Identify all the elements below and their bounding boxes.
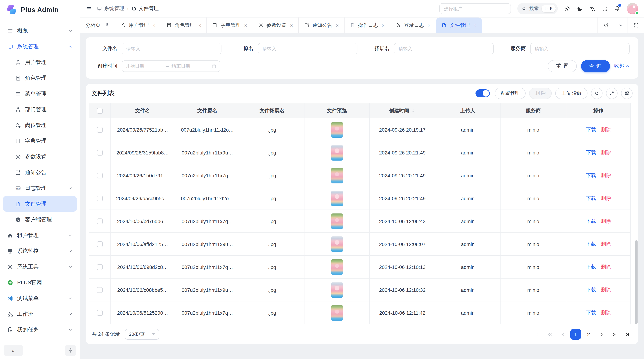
- sidebar-item-overview[interactable]: 概览: [3, 23, 77, 39]
- file-preview-thumbnail[interactable]: [331, 236, 342, 252]
- download-link[interactable]: 下载: [586, 218, 596, 224]
- row-checkbox[interactable]: [97, 150, 102, 155]
- download-link[interactable]: 下载: [586, 172, 596, 178]
- row-checkbox[interactable]: [97, 264, 102, 270]
- language-translate-icon[interactable]: [589, 5, 595, 12]
- sidebar-item-file[interactable]: 文件管理: [3, 196, 77, 212]
- delete-link[interactable]: 删除: [601, 287, 611, 292]
- tab-close-icon[interactable]: ×: [336, 23, 339, 28]
- sidebar-item-dict[interactable]: 字典管理: [3, 133, 77, 149]
- sidebar-item-notice[interactable]: 通知公告: [3, 164, 77, 180]
- refresh-tab-button[interactable]: [598, 17, 614, 33]
- sidebar-item-gitee[interactable]: gitee记录: [3, 338, 77, 342]
- query-button[interactable]: 查 询: [581, 60, 610, 72]
- file-preview-thumbnail[interactable]: [331, 122, 342, 137]
- file-preview-thumbnail[interactable]: [331, 213, 342, 229]
- download-link[interactable]: 下载: [586, 310, 596, 315]
- tab-oplog[interactable]: 操作日志×: [344, 17, 390, 33]
- download-link[interactable]: 下载: [586, 287, 596, 292]
- delete-link[interactable]: 删除: [601, 126, 611, 132]
- field-input-2[interactable]: [394, 43, 494, 54]
- sidebar-item-workflow[interactable]: 工作流: [3, 306, 77, 322]
- tab-notice[interactable]: 通知公告×: [299, 17, 344, 33]
- tab-file[interactable]: 文件管理×: [436, 17, 482, 33]
- fullscreen-icon[interactable]: [602, 5, 608, 12]
- file-preview-thumbnail[interactable]: [331, 145, 342, 160]
- page-button-2[interactable]: 2: [583, 329, 594, 340]
- page-size-select[interactable]: 20条/页: [125, 329, 160, 340]
- first-page-button[interactable]: [532, 329, 542, 340]
- user-avatar[interactable]: [627, 3, 638, 14]
- sidebar-collapse-button[interactable]: «: [4, 345, 23, 356]
- sidebar-item-log[interactable]: DEV日志管理: [3, 180, 77, 196]
- tab-close-icon[interactable]: ×: [428, 23, 430, 28]
- config-manage-button[interactable]: 配置管理: [495, 88, 526, 99]
- sidebar-item-my-tasks[interactable]: 我的任务: [3, 322, 77, 338]
- sidebar-item-tools[interactable]: 系统工具: [3, 259, 77, 275]
- delete-selected-button[interactable]: 删 除: [529, 88, 552, 99]
- file-preview-thumbnail[interactable]: [331, 305, 342, 321]
- tab-menu-button[interactable]: [614, 17, 628, 33]
- row-checkbox[interactable]: [97, 195, 102, 201]
- next-page-button[interactable]: [596, 329, 607, 340]
- sidebar-pin-button[interactable]: [65, 345, 76, 356]
- delete-link[interactable]: 删除: [601, 310, 611, 315]
- tab-close-icon[interactable]: ×: [244, 23, 247, 28]
- row-checkbox[interactable]: [97, 287, 102, 293]
- tab-role[interactable]: 角色管理×: [161, 17, 207, 33]
- sidebar-item-tenant[interactable]: 租户管理: [3, 227, 77, 243]
- delete-link[interactable]: 删除: [601, 264, 611, 269]
- tab-param[interactable]: 参数设置×: [253, 17, 298, 33]
- row-checkbox[interactable]: [97, 241, 102, 247]
- file-preview-thumbnail[interactable]: [331, 190, 342, 206]
- tab-close-icon[interactable]: ×: [474, 23, 476, 28]
- column-settings-button[interactable]: [621, 88, 632, 99]
- delete-link[interactable]: 删除: [601, 195, 611, 201]
- tab-user[interactable]: 用户管理×: [115, 17, 161, 33]
- prev-page-button[interactable]: [558, 329, 568, 340]
- row-checkbox[interactable]: [97, 127, 102, 132]
- download-link[interactable]: 下载: [586, 126, 596, 132]
- row-checkbox[interactable]: [97, 173, 102, 178]
- sidebar-item-user[interactable]: 用户管理: [3, 54, 77, 70]
- field-input-1[interactable]: [258, 43, 358, 54]
- table-expand-button[interactable]: [606, 88, 618, 99]
- download-link[interactable]: 下载: [586, 195, 596, 201]
- sidebar-item-menu[interactable]: 菜单管理: [3, 86, 77, 101]
- tab-analysis[interactable]: 分析页: [80, 17, 115, 33]
- sidebar-item-test-menu[interactable]: 测试菜单: [3, 290, 77, 306]
- sidebar-item-system[interactable]: 系统管理: [3, 39, 77, 54]
- tab-loginlog[interactable]: 登录日志×: [390, 17, 436, 33]
- dark-mode-moon-icon[interactable]: [577, 5, 583, 12]
- settings-gear-icon[interactable]: [564, 5, 570, 12]
- upload-button[interactable]: 上传 没做: [556, 88, 588, 99]
- global-search-button[interactable]: 搜索 ⌘ K: [517, 3, 558, 14]
- field-input-0[interactable]: [122, 43, 221, 54]
- sidebar-item-client[interactable]: 客户端管理: [3, 212, 77, 227]
- content-fullscreen-button[interactable]: [628, 17, 644, 33]
- breadcrumb-file[interactable]: 文件管理: [132, 5, 159, 12]
- last-page-button[interactable]: [622, 329, 632, 340]
- row-checkbox[interactable]: [97, 310, 102, 316]
- row-checkbox[interactable]: [97, 218, 102, 224]
- table-scrollbar-thumb[interactable]: [635, 240, 638, 324]
- tab-close-icon[interactable]: ×: [382, 23, 384, 28]
- download-link[interactable]: 下载: [586, 264, 596, 269]
- sidebar-item-post[interactable]: 岗位管理: [3, 117, 77, 133]
- delete-link[interactable]: 删除: [601, 149, 611, 155]
- tenant-select-input[interactable]: [439, 3, 511, 14]
- download-link[interactable]: 下载: [586, 241, 596, 247]
- file-preview-thumbnail[interactable]: [331, 282, 342, 298]
- jump-forward-button[interactable]: [609, 329, 620, 340]
- jump-back-button[interactable]: [544, 329, 555, 340]
- tab-dict[interactable]: 字典管理×: [207, 17, 253, 33]
- brand[interactable]: Plus Admin: [0, 0, 80, 20]
- sidebar-item-dept[interactable]: 部门管理: [3, 101, 77, 117]
- reset-button[interactable]: 重 置: [548, 60, 577, 72]
- menu-toggle-icon[interactable]: [86, 5, 92, 12]
- sidebar-item-role[interactable]: 角色管理: [3, 70, 77, 86]
- tab-close-icon[interactable]: ×: [290, 23, 293, 28]
- breadcrumb-system[interactable]: 系统管理: [97, 5, 124, 12]
- sidebar-item-param[interactable]: 参数设置: [3, 149, 77, 164]
- collapse-filters-link[interactable]: 收起: [614, 63, 630, 69]
